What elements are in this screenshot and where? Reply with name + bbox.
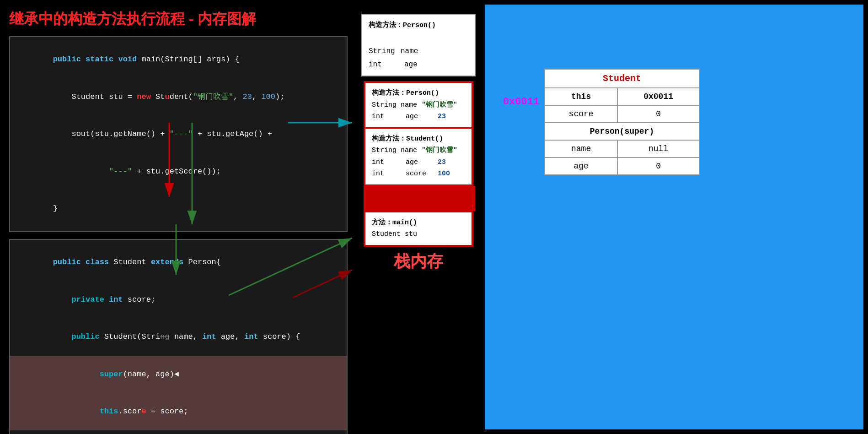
highlight-super: super(name, age)◄ — [10, 356, 347, 393]
stack-red-spacer — [365, 186, 475, 211]
person-frame-val-age: 23 — [438, 111, 446, 123]
person-frame-key-str: String name — [372, 99, 417, 111]
heap-key-score: score — [545, 105, 617, 123]
main-container: 继承中的构造方法执行流程 - 内存图解 public static void m… — [0, 0, 868, 434]
student-frame-row-2: int age 23 — [372, 157, 465, 168]
heap-table: Student this 0x0011 score 0 Person(super… — [544, 69, 700, 175]
heap-key-name: name — [545, 140, 617, 157]
page-title: 继承中的构造方法执行流程 - 内存图解 — [9, 9, 348, 29]
student-line-5: this.score = score; — [16, 393, 341, 430]
top-frame-row-1: String name — [369, 45, 468, 58]
heap-row-person: Person(super) — [545, 123, 699, 140]
person-frame-title: 构造方法：Person() — [372, 87, 465, 99]
person-frame-row-2: int age 23 — [372, 111, 465, 123]
heap-row-score: score 0 — [545, 105, 699, 123]
heap-val-this: 0x0011 — [617, 88, 699, 105]
top-frame-key-1: String — [369, 45, 396, 58]
top-frame: 构造方法：Person() String name int age — [361, 14, 476, 76]
heap-table-wrap: Student this 0x0011 score 0 Person(super… — [544, 69, 700, 175]
student-line-3: public Student(String name, int age, int… — [16, 318, 341, 356]
student-line-6: } — [16, 430, 341, 434]
student-frame-val-name: "钢门吹雪" — [422, 145, 457, 157]
code-line-3: sout(stu.getName() + "---" + stu.getAge(… — [16, 115, 341, 153]
heap-key-this: this — [545, 88, 617, 105]
student-line-4: super(name, age)◄ — [16, 356, 341, 393]
memory-panel: 0x0011 Student this 0x0011 score 0 — [485, 5, 863, 429]
heap-address: 0x0011 — [503, 96, 539, 108]
code-line-1: public static void main(String[] args) { — [16, 41, 341, 78]
student-frame-key-int2: int — [372, 168, 399, 180]
main-code-block: public static void main(String[] args) {… — [9, 36, 348, 232]
main-frame-key: Student stu — [372, 228, 417, 240]
code-line-2: Student stu = new Student("钢门吹雪", 23, 10… — [16, 78, 341, 116]
code-line-5: } — [16, 190, 341, 228]
student-frame-box: 构造方法：Student() String name "钢门吹雪" int ag… — [365, 129, 472, 184]
heap-table-header: Student — [545, 69, 699, 88]
person-frame-key-int: int — [372, 111, 399, 123]
student-frame-row-1: String name "钢门吹雪" — [372, 145, 465, 157]
stack-panel: 构造方法：Person() String name int age 构造方法：P… — [352, 5, 485, 429]
code-line-4: "---" + stu.getScore()); — [16, 153, 341, 190]
person-frame-box: 构造方法：Person() String name "钢门吹雪" int age… — [365, 83, 472, 127]
heap-row-name: name null — [545, 140, 699, 157]
student-code-block: public class Student extends Person{ pri… — [9, 239, 348, 434]
heap-val-score: 0 — [617, 105, 699, 123]
main-frame-row: Student stu — [372, 228, 465, 240]
heap-row-age: age 0 — [545, 157, 699, 175]
student-frame-key-int: int — [372, 157, 399, 168]
main-frame-box: 方法：main() Student stu — [365, 212, 472, 245]
student-frame-row-3: int score 100 — [372, 168, 465, 180]
top-frame-row-2: int age — [369, 58, 468, 71]
code-panel: 继承中的构造方法执行流程 - 内存图解 public static void m… — [5, 5, 352, 429]
stack-panel-inner: 构造方法：Person() String name int age 构造方法：P… — [352, 5, 485, 273]
top-frame-title: 构造方法：Person() — [369, 19, 468, 32]
student-frame-key-str: String name — [372, 145, 417, 157]
stack-main-box: 构造方法：Person() String name "钢门吹雪" int age… — [364, 81, 473, 247]
student-line-1: public class Student extends Person{ — [16, 244, 341, 281]
student-frame-label-score: score — [406, 168, 433, 180]
top-frame-label-2: age — [404, 58, 432, 71]
person-frame-val-name: "钢门吹雪" — [422, 99, 457, 111]
student-frame-val-score: 100 — [438, 168, 450, 180]
stack-label: 栈内存 — [394, 250, 443, 273]
top-frame-key-2: int — [369, 58, 396, 71]
heap-val-name: null — [617, 140, 699, 157]
student-frame-label-age: age — [406, 157, 433, 168]
highlight-this-score: this.score = score; — [10, 393, 347, 430]
student-line-2: private int score; — [16, 281, 341, 318]
top-frame-label-1: name — [401, 45, 428, 58]
student-frame-title: 构造方法：Student() — [372, 133, 465, 145]
student-frame-val-age: 23 — [438, 157, 446, 168]
heap-key-age: age — [545, 157, 617, 175]
person-frame-row-1: String name "钢门吹雪" — [372, 99, 465, 111]
heap-val-age: 0 — [617, 157, 699, 175]
person-frame-label-age: age — [406, 111, 433, 123]
heap-section-person: Person(super) — [545, 123, 699, 140]
heap-row-this: this 0x0011 — [545, 88, 699, 105]
main-frame-title: 方法：main() — [372, 217, 465, 229]
